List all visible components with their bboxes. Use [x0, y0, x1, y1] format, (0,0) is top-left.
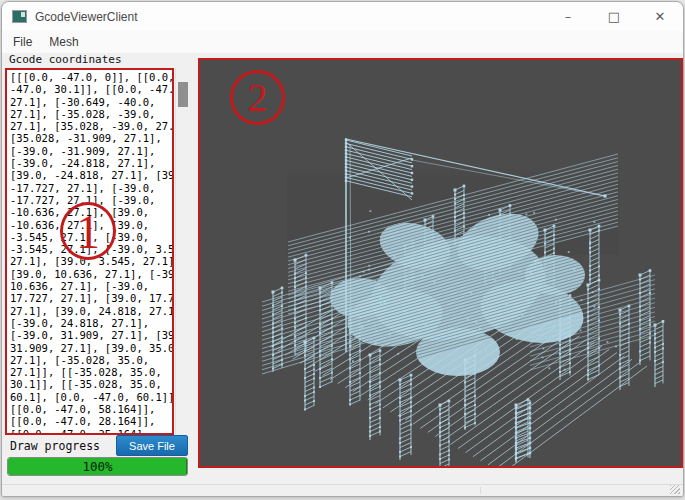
app-window: GcodeViewerClient – □ ✕ File Mesh Gcode …: [1, 1, 684, 497]
status-divider: [480, 487, 481, 494]
app-icon: [12, 10, 27, 23]
window-controls: – □ ✕: [545, 2, 683, 31]
resize-grip-icon[interactable]: [670, 485, 680, 494]
coordinates-panel-label: Gcode coordinates: [9, 53, 122, 66]
annotation-circle-2: 2: [230, 70, 285, 125]
wireframe-render: [200, 60, 681, 466]
menu-file[interactable]: File: [11, 34, 34, 50]
status-bar: [2, 484, 683, 496]
scrollbar-thumb[interactable]: [178, 82, 188, 107]
progress-value: 100%: [8, 458, 187, 475]
save-file-button[interactable]: Save File: [116, 435, 188, 456]
minimize-icon[interactable]: –: [545, 2, 591, 31]
title-bar: GcodeViewerClient – □ ✕: [2, 2, 683, 31]
menu-bar: File Mesh: [2, 31, 683, 53]
annotation-circle-1: 1: [60, 202, 116, 260]
draw-progress-label: Draw progress: [10, 439, 100, 453]
coordinates-scrollbar[interactable]: [175, 68, 189, 435]
maximize-icon[interactable]: □: [591, 2, 637, 31]
window-title: GcodeViewerClient: [35, 10, 138, 24]
draw-progress-bar: 100%: [7, 457, 188, 476]
menu-mesh[interactable]: Mesh: [47, 34, 80, 50]
close-icon[interactable]: ✕: [637, 2, 683, 31]
